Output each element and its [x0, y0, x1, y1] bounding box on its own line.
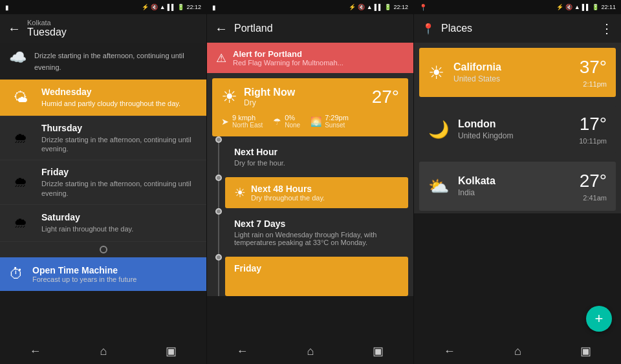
alert-triangle-icon: ⚠: [216, 51, 226, 65]
time-right: 22:11: [601, 4, 616, 10]
home-nav-right[interactable]: ⌂: [514, 345, 521, 358]
california-card[interactable]: ☀ California United States 37° 2:11pm: [419, 48, 616, 97]
status-bar-mid: ▮ ⚡ 🔇 ▲ ▌▌ 🔋 22:12: [207, 0, 413, 14]
time-machine-info: Open Time Machine Forecast up to years i…: [32, 265, 136, 283]
header-weather-icon: ☁️: [9, 49, 27, 66]
wifi-icon: ▲: [160, 4, 166, 10]
signal-icon: ▌▌: [168, 4, 176, 10]
status-icon-right: 📍: [419, 4, 427, 11]
nav-bar-mid: ← ⌂ ▣: [207, 338, 413, 364]
bluetooth-icon: ⚡: [142, 4, 149, 10]
next-48-header: ☀ Next 48 Hours Dry throughout the day.: [234, 184, 399, 202]
london-country: United Kingdom: [458, 131, 579, 140]
list-item[interactable]: 🌧 Thursday Drizzle starting in the after…: [0, 116, 206, 161]
saturday-name: Saturday: [41, 212, 197, 222]
precip-label: None: [285, 122, 300, 129]
saturday-desc: Light rain throughout the day.: [41, 224, 197, 233]
recent-nav-button[interactable]: ▣: [166, 344, 177, 358]
open-time-machine-button[interactable]: ⏱ Open Time Machine Forecast up to years…: [0, 257, 206, 291]
alert-desc: Red Flag Warning for Multnomah...: [233, 59, 343, 67]
sun-weather-icon: ☀: [221, 86, 237, 107]
next-48-desc: Dry throughout the day.: [251, 194, 325, 202]
california-right: 37° 2:11pm: [580, 57, 607, 88]
add-place-fab[interactable]: +: [586, 306, 612, 332]
portland-back-button[interactable]: ←: [215, 21, 228, 36]
friday-title: Friday: [234, 263, 399, 273]
next-hour-card[interactable]: Next Hour Dry for the hour.: [225, 139, 408, 175]
kolkata-card[interactable]: ⛅ Kolkata India 27° 2:41am: [419, 162, 616, 211]
home-nav-button[interactable]: ⌂: [100, 345, 107, 358]
status-bar-right: 📍 ⚡ 🔇 ▲ ▌▌ 🔋 22:11: [414, 0, 621, 14]
places-list: ☀ California United States 37° 2:11pm 🌙 …: [414, 43, 621, 338]
dot-connector-3: [212, 208, 225, 254]
recent-nav-mid[interactable]: ▣: [373, 344, 384, 358]
kolkata-temp: 27°: [580, 171, 607, 191]
sunset-label: Sunset: [325, 122, 349, 129]
wind-detail: ➤ 9 kmph North East: [221, 114, 263, 129]
right-now-details: ➤ 9 kmph North East ☂ 0% None 🌅 7:29pm S…: [221, 114, 399, 129]
alert-info: Alert for Portland Red Flag Warning for …: [233, 49, 343, 67]
places-header: 📍 Places ⋮: [414, 14, 621, 43]
next-48-card[interactable]: ☀ Next 48 Hours Dry throughout the day.: [225, 177, 408, 208]
right-now-title-area: Right Now Dry: [244, 87, 365, 107]
portland-header: ← Portland: [207, 14, 413, 43]
back-nav-right[interactable]: ←: [444, 345, 455, 358]
friday-name: Friday: [41, 167, 197, 177]
timeline-dot: [100, 246, 107, 253]
timeline-line-2: [218, 181, 219, 208]
next-7-desc: Light rain on Wednesday through Friday, …: [234, 231, 399, 246]
wind-speed: 9 kmph: [232, 114, 263, 122]
mute-icon-mid: 🔇: [358, 4, 365, 10]
days-list: 🌤 Wednesday Humid and partly cloudy thro…: [0, 80, 206, 338]
timeline-line-4: [218, 261, 219, 296]
back-button[interactable]: ←: [8, 21, 21, 36]
sunset-detail: 🌅 7:29pm Sunset: [310, 114, 349, 129]
friday-card[interactable]: Friday: [225, 257, 408, 296]
timeline-dot-1: [215, 136, 222, 143]
portland-panel: ▮ ⚡ 🔇 ▲ ▌▌ 🔋 22:12 ← Portland ⚠ Alert fo…: [207, 0, 414, 364]
list-item[interactable]: 🌤 Wednesday Humid and partly cloudy thro…: [0, 80, 206, 116]
nav-bar-left: ← ⌂ ▣: [0, 338, 206, 364]
home-nav-mid[interactable]: ⌂: [307, 345, 314, 358]
alert-title: Alert for Portland: [233, 49, 343, 59]
london-name: London: [458, 118, 579, 130]
recent-nav-right[interactable]: ▣: [580, 344, 591, 358]
kolkata-day-title: Tuesday: [27, 27, 67, 38]
more-options-button[interactable]: ⋮: [600, 21, 613, 36]
kolkata-weather-icon: ⛅: [428, 177, 449, 197]
list-item[interactable]: 🌧 Saturday Light rain throughout the day…: [0, 205, 206, 242]
bluetooth-icon-right: ⚡: [556, 4, 563, 10]
kolkata-right: 27° 2:41am: [580, 171, 607, 202]
london-time: 10:11pm: [579, 137, 607, 145]
kolkata-time: 2:41am: [580, 194, 607, 202]
next-7-card[interactable]: Next 7 Days Light rain on Wednesday thro…: [225, 211, 408, 254]
thursday-name: Thursday: [41, 123, 197, 133]
clock-icon: ⏱: [9, 266, 23, 283]
list-item[interactable]: 🌧 Friday Drizzle starting in the afterno…: [0, 160, 206, 205]
timeline-next-7: Next 7 Days Light rain on Wednesday thro…: [212, 208, 408, 254]
next-7-title: Next 7 Days: [234, 219, 399, 229]
portland-title: Portland: [234, 23, 273, 34]
header-day-row: ☁️ Drizzle starting in the afternoon, co…: [0, 43, 206, 80]
status-bar-left: ▮ ⚡ 🔇 ▲ ▌▌ 🔋 22:12: [0, 0, 206, 14]
signal-icon-mid: ▌▌: [375, 4, 383, 10]
london-card[interactable]: 🌙 London United Kingdom 17° 10:11pm: [419, 105, 616, 154]
timeline-dot-3: [215, 208, 222, 215]
timeline-next-48: ☀ Next 48 Hours Dry throughout the day.: [212, 175, 408, 208]
timeline-line-1: [218, 143, 219, 175]
friday-info: Friday Drizzle starting in the afternoon…: [41, 167, 197, 198]
back-nav-mid[interactable]: ←: [237, 345, 248, 358]
alert-banner[interactable]: ⚠ Alert for Portland Red Flag Warning fo…: [207, 43, 413, 73]
dot-connector-2: [212, 175, 225, 208]
california-name: California: [453, 61, 580, 73]
dot-connector-1: [212, 136, 225, 175]
kolkata-place-info: Kolkata India: [458, 175, 580, 197]
saturday-info: Saturday Light rain throughout the day.: [41, 212, 197, 233]
right-now-card[interactable]: ☀ Right Now Dry 27° ➤ 9 kmph North East …: [212, 78, 408, 136]
back-nav-button[interactable]: ←: [30, 345, 41, 358]
timeline-line-3: [218, 215, 219, 254]
wednesday-desc: Humid and partly cloudy throughout the d…: [41, 99, 197, 108]
time-machine-title: Open Time Machine: [32, 265, 136, 275]
wednesday-icon: 🌤: [9, 86, 32, 109]
precip-pct: 0%: [285, 114, 300, 122]
